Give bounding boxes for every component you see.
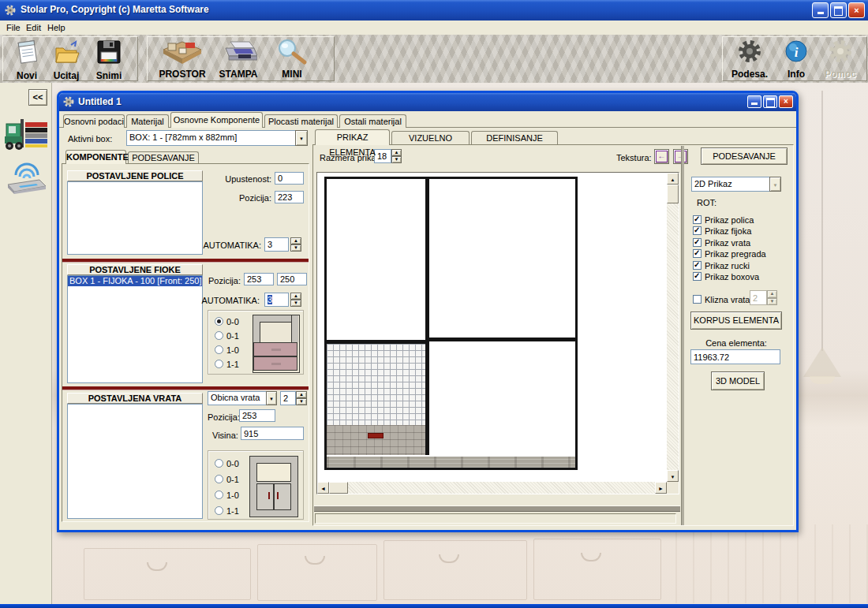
fioke-listbox[interactable]: BOX 1 - FIJOKA - 100 [Front: 250] [67,275,203,383]
canvas-vscrollbar[interactable] [667,173,679,482]
police-automatika-field[interactable]: 3 [264,237,289,252]
razmera-field[interactable]: 18 [374,149,391,163]
police-listbox[interactable] [67,181,203,255]
aktivni-box-value: BOX: 1 - [782mm x 882mm] [126,130,295,146]
minimize-icon [817,12,824,14]
vrata-radio-0-1[interactable]: 0-1 [215,474,239,484]
spin-down-icon[interactable] [290,300,301,307]
fioke-pozicija-b-field[interactable]: 250 [277,273,307,285]
fioke-radio-1-0[interactable]: 1-0 [215,345,239,355]
model-3d-button[interactable]: 3D MODEL [711,371,765,390]
vrata-count-field[interactable]: 2 [280,391,296,405]
maximize-button[interactable] [830,2,847,18]
checkbox-prikaz-fijoka[interactable]: Prikaz fijoka [693,226,751,236]
fioke-automatika-label: AUTOMATIKA: [181,296,260,305]
podesavanje-button[interactable]: PODESAVANJE [701,147,788,165]
spin-down-icon[interactable] [290,244,301,252]
spin-up-icon[interactable] [290,293,301,300]
vrata-type-combo[interactable]: Obicna vrata [208,391,277,405]
tekstura-prev-button[interactable]: ← [654,149,669,164]
upustenost-field[interactable]: 0 [275,172,304,185]
combo-arrow-icon[interactable] [266,391,277,405]
vrata-count-spinner[interactable] [296,391,307,405]
scroll-down-icon[interactable] [667,470,679,482]
sidebar-collapse-button[interactable]: << [28,89,47,106]
tab-vizuelno-kreiranje[interactable]: VIZUELNO KREIRANJE [391,131,470,145]
menu-edit[interactable]: Edit [26,23,41,32]
canvas-hscrollbar[interactable] [317,482,667,494]
minimize-button[interactable] [812,2,829,18]
mini-button[interactable]: MINI [264,38,320,80]
spin-up-icon[interactable] [296,391,307,398]
radio-icon [215,506,223,515]
forklift-icon[interactable] [3,113,49,155]
checkbox-prikaz-polica[interactable]: Prikaz polica [693,214,754,225]
cena-elementa-field[interactable]: 11963.72 [690,349,780,364]
fioke-radio-0-0[interactable]: 0-0 [215,316,239,326]
app-icon [4,4,17,18]
menu-help[interactable]: Help [47,23,65,32]
checkbox-prikaz-pregrada[interactable]: Prikaz pregrada [693,248,766,259]
spin-down-icon[interactable] [296,398,307,405]
tab-komponente[interactable]: KOMPONENTE [65,150,126,164]
tab-definisanje-pregrada[interactable]: DEFINISANJE PREGRADA [471,131,558,145]
police-automatika-spinner[interactable] [290,237,301,252]
tab-osnovne-komponente[interactable]: Osnovne Komponente [170,112,263,128]
checkbox-prikaz-rucki[interactable]: Prikaz rucki [693,260,750,270]
spin-up-icon[interactable] [391,149,402,156]
checkbox-prikaz-boxova[interactable]: Prikaz boxova [693,271,759,282]
vrata-pozicija-field[interactable]: 253 [239,409,275,422]
checkbox-klizna-vrata[interactable]: Klizna vrata [693,294,750,304]
fioke-pozicija-a-field[interactable]: 253 [244,273,274,285]
splitter-bar[interactable] [314,505,680,512]
stampa-button[interactable]: STAMPA [214,38,263,80]
ucitaj-button[interactable]: Ucitaj [47,38,85,81]
vrata-radio-1-0[interactable]: 1-0 [215,490,239,500]
snimi-button[interactable]: Snimi [88,38,129,81]
tab-podesavanje[interactable]: PODESAVANJE [128,151,199,164]
spin-up-icon[interactable] [290,237,301,244]
checkbox-prikaz-vrata[interactable]: Prikaz vrata [693,237,750,248]
novi-button[interactable]: Novi [8,38,46,81]
arrow-left-icon: ← [656,151,668,162]
korpus-elementa-button[interactable]: KORPUS ELEMENTA [690,311,782,330]
scroll-right-icon[interactable] [655,482,667,494]
tab-plocasti-materijal[interactable]: Plocasti materijal [264,114,338,128]
combo-arrow-icon[interactable] [295,130,308,146]
vrata-radio-1-1[interactable]: 1-1 [215,505,239,516]
doc-minimize-button[interactable] [747,95,761,108]
menu-file[interactable]: File [6,23,21,32]
view-mode-combo[interactable]: 2D Prikaz [691,177,781,192]
vrata-header: POSTAVLJENA VRATA [67,393,203,404]
tab-prikaz-elementa[interactable]: PRIKAZ ELEMENTA [315,129,390,145]
vrata-listbox[interactable] [67,404,203,519]
vscroll-thumb[interactable] [667,185,679,203]
podesa-button[interactable]: Podesa. [726,38,773,80]
close-button[interactable]: × [848,2,865,18]
fioke-automatika-spinner[interactable] [290,293,301,307]
scanner-icon[interactable] [5,158,47,196]
aktivni-box-combo[interactable]: BOX: 1 - [782mm x 882mm] [126,130,308,146]
scroll-up-icon[interactable] [667,173,679,185]
tab-materijal[interactable]: Materijal [126,114,169,128]
scroll-left-icon[interactable] [317,482,329,494]
menubar: File Edit Help [0,21,868,35]
visina-field[interactable]: 915 [241,427,304,440]
doc-close-button[interactable]: × [779,95,793,108]
spin-down-icon[interactable] [391,156,402,163]
fioke-radio-0-1[interactable]: 0-1 [215,330,239,341]
police-pozicija-field[interactable]: 223 [275,191,304,203]
fioke-automatika-field[interactable]: 3 [264,293,289,307]
hscroll-thumb[interactable] [329,482,348,494]
prostor-button[interactable]: PROSTOR [152,38,212,80]
vrata-radio-0-0[interactable]: 0-0 [215,458,239,468]
tab-ostali-materijal[interactable]: Ostali materijal [339,114,406,128]
doc-maximize-button[interactable] [763,95,777,108]
drawing-canvas[interactable] [316,172,679,494]
gear-icon [726,39,773,68]
fioke-radio-1-1[interactable]: 1-1 [215,359,239,369]
razmera-spinner[interactable] [391,149,402,163]
vrata-pozicija-label: Pozicija: [208,412,240,422]
tab-osnovni-podaci[interactable]: Osnovni podaci [63,114,125,128]
info-button[interactable]: i Info [776,38,816,80]
